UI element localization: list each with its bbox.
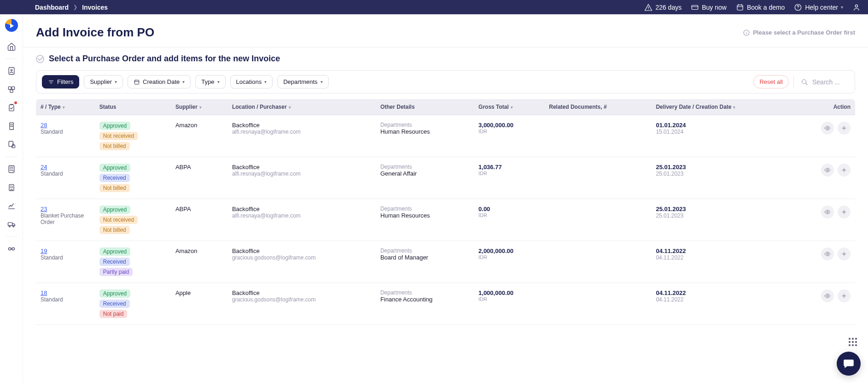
table-row: 23Blanket Purchase Order ApprovedNot rec…: [36, 199, 855, 241]
search-input[interactable]: [812, 78, 849, 86]
add-button[interactable]: [838, 164, 851, 177]
chat-button[interactable]: [837, 352, 861, 376]
col-location[interactable]: Location / Purchaser▾: [227, 99, 376, 115]
svg-rect-10: [10, 90, 13, 93]
status-badge: Approved: [99, 289, 130, 298]
svg-point-7: [11, 70, 12, 71]
svg-point-26: [827, 211, 828, 213]
po-number-link[interactable]: 19: [41, 247, 47, 254]
creation-date: 25.01.2023: [656, 171, 788, 177]
nav-orders[interactable]: [3, 81, 20, 98]
filter-supplier[interactable]: Supplier▾: [84, 75, 123, 88]
view-button[interactable]: [821, 122, 834, 135]
related-docs: [544, 241, 651, 283]
chevron-down-icon: ▾: [320, 79, 323, 84]
help-center-button[interactable]: Help center ▾: [794, 3, 843, 12]
reset-all-button[interactable]: Reset all: [753, 75, 789, 88]
po-number-link[interactable]: 28: [41, 122, 47, 129]
status-badge: Not billed: [99, 226, 130, 234]
status-badge: Approved: [99, 206, 130, 214]
plus-icon: [841, 251, 847, 257]
user-icon: [852, 3, 861, 12]
drag-handle-icon[interactable]: [849, 338, 858, 346]
status-badge: Partly paid: [99, 268, 133, 276]
add-button[interactable]: [838, 122, 851, 135]
location-name: Backoffice: [232, 247, 371, 254]
filter-locations[interactable]: Locations▾: [230, 75, 273, 88]
add-button[interactable]: [838, 289, 851, 302]
page-title: Add Invoice from PO: [36, 25, 154, 40]
departments-label: Departments: [380, 164, 469, 170]
building-icon: [7, 183, 16, 192]
nav-approvals[interactable]: [3, 100, 20, 116]
card-icon: [691, 3, 699, 12]
view-button[interactable]: [821, 247, 834, 260]
eye-icon: [824, 167, 831, 173]
table-row: 18Standard ApprovedReceivedNot paid Appl…: [36, 283, 855, 325]
filter-icon: [48, 79, 54, 85]
gross-amount: 3,000,000.00: [478, 122, 540, 129]
col-dates[interactable]: Delivery Date / Creation Date▾: [651, 99, 793, 115]
help-center-label: Help center: [805, 4, 838, 11]
view-button[interactable]: [821, 164, 834, 177]
table-row: 28Standard ApprovedNot receivedNot bille…: [36, 115, 855, 157]
location-name: Backoffice: [232, 289, 371, 296]
purchaser-email: alfi.resnaya@logiframe.com: [232, 212, 371, 219]
plus-icon: [841, 293, 847, 299]
plus-icon: [841, 167, 847, 173]
nav-inventory[interactable]: [3, 216, 20, 233]
gross-amount: 1,000,000.00: [478, 289, 540, 296]
supplier-cell: ABPA: [171, 199, 227, 241]
filter-type[interactable]: Type▾: [195, 75, 225, 88]
top-bar: Dashboard ❯ Invoices 226 days Buy now Bo…: [0, 0, 868, 14]
trial-days[interactable]: 226 days: [644, 3, 682, 12]
nav-requests[interactable]: [3, 63, 20, 79]
buy-now-label: Buy now: [702, 4, 727, 11]
po-type: Blanket Purchase Order: [41, 212, 90, 225]
left-sidebar: [0, 14, 23, 383]
app-logo-icon[interactable]: [5, 19, 18, 32]
supplier-cell: ABPA: [171, 157, 227, 199]
book-demo-button[interactable]: Book a demo: [736, 3, 785, 12]
po-number-link[interactable]: 23: [41, 206, 47, 212]
search-box: [793, 76, 849, 88]
col-numtype[interactable]: # / Type▾: [36, 99, 95, 115]
table-row: 24Standard ApprovedReceivedNot billed AB…: [36, 157, 855, 199]
related-docs: [544, 199, 651, 241]
nav-contracts[interactable]: [3, 136, 20, 153]
breadcrumb-dashboard[interactable]: Dashboard: [35, 4, 69, 11]
add-button[interactable]: [838, 206, 851, 218]
supplier-cell: Amazon: [171, 115, 227, 157]
filter-departments[interactable]: Departments▾: [277, 75, 328, 88]
col-related: Related Documents, #: [544, 99, 651, 115]
creation-date: 04.11.2022: [656, 296, 788, 303]
svg-rect-1: [692, 5, 698, 9]
nav-home[interactable]: [3, 38, 20, 55]
nav-budgets[interactable]: [3, 161, 20, 177]
view-button[interactable]: [821, 206, 834, 218]
svg-rect-19: [8, 248, 11, 250]
chat-icon: [843, 358, 855, 370]
info-icon: [743, 29, 750, 36]
po-number-link[interactable]: 18: [41, 289, 47, 296]
buy-now-button[interactable]: Buy now: [691, 3, 727, 12]
step-circle-icon: [36, 55, 44, 63]
filter-creation-date[interactable]: Creation Date▾: [128, 75, 191, 88]
department-name: Board of Manager: [380, 254, 469, 261]
filters-button[interactable]: Filters: [42, 75, 79, 88]
nav-reports[interactable]: [3, 198, 20, 214]
profile-button[interactable]: [852, 3, 861, 12]
breadcrumb: Dashboard ❯ Invoices: [35, 4, 108, 11]
col-gross[interactable]: Gross Total▾: [474, 99, 544, 115]
po-number-link[interactable]: 24: [41, 164, 47, 171]
filters-label: Filters: [57, 78, 73, 85]
nav-integrations[interactable]: [3, 241, 20, 257]
col-supplier[interactable]: Supplier▾: [171, 99, 227, 115]
nav-invoices[interactable]: [3, 118, 20, 135]
add-button[interactable]: [838, 247, 851, 260]
view-button[interactable]: [821, 289, 834, 302]
eye-icon: [824, 251, 831, 257]
supplier-cell: Amazon: [171, 241, 227, 283]
breadcrumb-invoices[interactable]: Invoices: [82, 4, 108, 11]
nav-suppliers[interactable]: [3, 179, 20, 196]
